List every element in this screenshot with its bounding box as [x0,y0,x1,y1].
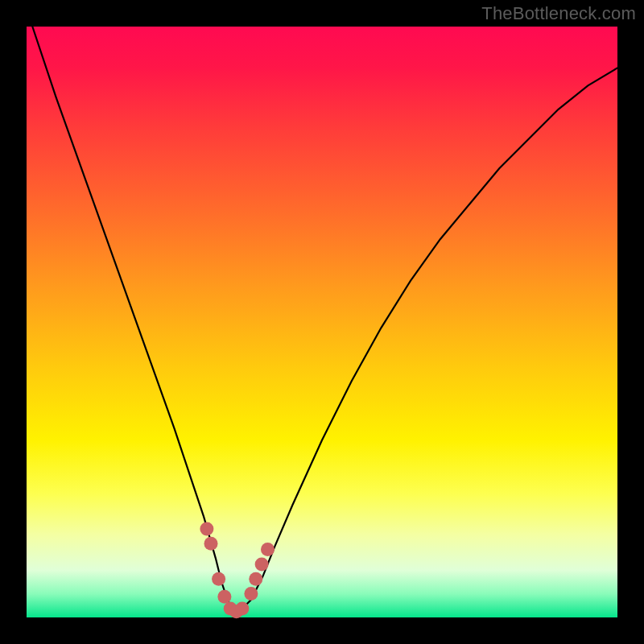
marker-dot [200,522,213,535]
marker-dot [235,602,249,616]
marker-dot [217,590,231,604]
watermark-text: TheBottleneck.com [481,3,636,24]
marker-dot [261,543,275,556]
marker-dot [255,557,269,571]
chart-frame: TheBottleneck.com [0,0,644,644]
chart-overlay [27,27,617,617]
marker-dot [249,572,262,586]
marker-dot [204,537,218,551]
chart-curve [32,27,617,612]
marker-dot [244,587,258,601]
curve-path [32,27,617,612]
chart-markers [200,522,275,618]
marker-dot [212,572,225,586]
